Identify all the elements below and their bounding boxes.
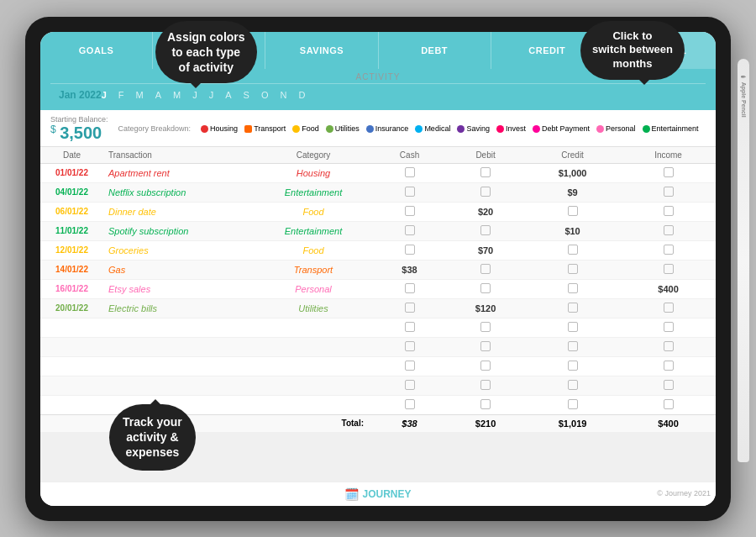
table-row[interactable] — [40, 376, 716, 395]
cell-income[interactable] — [621, 356, 716, 376]
month-s[interactable]: S — [244, 90, 249, 100]
cell-credit[interactable] — [524, 376, 621, 395]
cell-debit[interactable]: $120 — [447, 298, 524, 318]
cell-income[interactable] — [621, 376, 716, 395]
cell-cash[interactable] — [372, 279, 447, 298]
table-row[interactable] — [40, 337, 716, 356]
cell-date: 14/01/22 — [40, 260, 103, 279]
cell-cash[interactable] — [372, 182, 447, 202]
cell-debit[interactable] — [447, 279, 524, 298]
cell-income[interactable] — [621, 298, 716, 318]
table-row[interactable]: 16/01/22Etsy salesPersonal$400 — [40, 279, 716, 298]
cell-category: Housing — [255, 163, 372, 182]
cell-income[interactable] — [621, 318, 716, 337]
cell-debit[interactable] — [447, 318, 524, 337]
legend-utilities: Utilities — [326, 124, 360, 133]
cell-income[interactable] — [621, 202, 716, 221]
category-legend-label: Category Breakdown: — [118, 124, 192, 133]
cell-credit[interactable] — [524, 240, 621, 260]
cell-debit[interactable] — [447, 356, 524, 376]
cell-cash[interactable] — [372, 202, 447, 221]
month-j[interactable]: J — [102, 90, 107, 100]
cell-credit[interactable] — [524, 260, 621, 279]
month-f[interactable]: F — [118, 90, 124, 100]
cell-cash[interactable] — [372, 318, 447, 337]
total-debit: $210 — [447, 414, 524, 432]
cell-debit[interactable] — [447, 163, 524, 182]
cell-debit[interactable]: $20 — [447, 202, 524, 221]
month-m2[interactable]: M — [173, 90, 181, 100]
cell-debit[interactable] — [447, 376, 524, 395]
table-row[interactable]: 11/01/22Spotify subscriptionEntertainmen… — [40, 221, 716, 240]
cell-income[interactable]: $400 — [621, 279, 716, 298]
month-m[interactable]: M — [136, 90, 144, 100]
cell-cash[interactable] — [372, 376, 447, 395]
cell-category: Food — [255, 202, 372, 221]
table-row[interactable]: 04/01/22Netflix subscriptionEntertainmen… — [40, 182, 716, 202]
tab-savings[interactable]: SAVINGS — [265, 32, 378, 69]
table-row[interactable] — [40, 318, 716, 337]
cell-income[interactable] — [621, 182, 716, 202]
cell-date — [40, 356, 103, 376]
cell-cash[interactable] — [372, 395, 447, 414]
cell-cash[interactable] — [372, 337, 447, 356]
month-n[interactable]: N — [281, 90, 287, 100]
cell-cash[interactable] — [372, 298, 447, 318]
tab-debt[interactable]: DEBT — [379, 32, 491, 69]
cell-date: 20/01/22 — [40, 298, 103, 318]
cell-credit[interactable] — [524, 356, 621, 376]
cell-cash[interactable]: $38 — [372, 260, 447, 279]
table-header-row: Date Transaction Category Cash Debit Cre… — [40, 147, 716, 164]
cell-credit[interactable] — [524, 395, 621, 414]
cell-income[interactable] — [621, 260, 716, 279]
cell-cash[interactable] — [372, 356, 447, 376]
tab-goals[interactable]: GOALS — [40, 32, 153, 69]
cell-debit[interactable] — [447, 182, 524, 202]
cell-cash[interactable] — [372, 240, 447, 260]
cell-date: 16/01/22 — [40, 279, 103, 298]
table-row[interactable]: 01/01/22Apartment rentHousing$1,000 — [40, 163, 716, 182]
cell-cash[interactable] — [372, 221, 447, 240]
cell-credit[interactable] — [524, 337, 621, 356]
cell-income[interactable] — [621, 163, 716, 182]
cell-income[interactable] — [621, 221, 716, 240]
cell-transaction: Electric bills — [103, 298, 255, 318]
legend-transport: Transport — [244, 124, 286, 133]
cell-credit[interactable] — [524, 318, 621, 337]
cell-credit[interactable] — [524, 279, 621, 298]
table-row[interactable]: 14/01/22GasTransport$38 — [40, 260, 716, 279]
cell-category: Entertainment — [255, 182, 372, 202]
cell-credit[interactable] — [524, 202, 621, 221]
cell-debit[interactable]: $70 — [447, 240, 524, 260]
starting-balance: Starting Balance: $ 3,500 — [50, 115, 108, 143]
month-d[interactable]: D — [298, 90, 305, 100]
cell-credit[interactable]: $9 — [524, 182, 621, 202]
medical-dot — [415, 125, 423, 133]
cell-category: Utilities — [255, 298, 372, 318]
cell-debit[interactable] — [447, 395, 524, 414]
col-debit: Debit — [447, 147, 524, 164]
cell-date: 12/01/22 — [40, 240, 103, 260]
cell-income[interactable] — [621, 337, 716, 356]
table-row[interactable]: 06/01/22Dinner dateFood$20 — [40, 202, 716, 221]
cell-cash[interactable] — [372, 163, 447, 182]
cell-debit[interactable] — [447, 337, 524, 356]
cell-debit[interactable] — [447, 221, 524, 240]
cell-credit[interactable] — [524, 298, 621, 318]
month-a1[interactable]: A — [155, 90, 161, 100]
month-selector[interactable]: J F M A M J J A S O N D — [102, 90, 306, 100]
footer: 🗓️ JOURNEY © Journey 2021 — [40, 482, 716, 506]
month-j3[interactable]: J — [209, 90, 214, 100]
month-o[interactable]: O — [261, 90, 269, 100]
cell-income[interactable] — [621, 395, 716, 414]
table-row[interactable]: 20/01/22Electric billsUtilities$120 — [40, 298, 716, 318]
cell-income[interactable] — [621, 240, 716, 260]
cell-credit[interactable]: $10 — [524, 221, 621, 240]
cell-credit[interactable]: $1,000 — [524, 163, 621, 182]
food-dot — [292, 125, 300, 133]
table-row[interactable]: 12/01/22GroceriesFood$70 — [40, 240, 716, 260]
month-a2[interactable]: A — [225, 90, 231, 100]
cell-debit[interactable] — [447, 260, 524, 279]
table-row[interactable] — [40, 356, 716, 376]
legend-debt-payment: Debt Payment — [533, 124, 590, 133]
